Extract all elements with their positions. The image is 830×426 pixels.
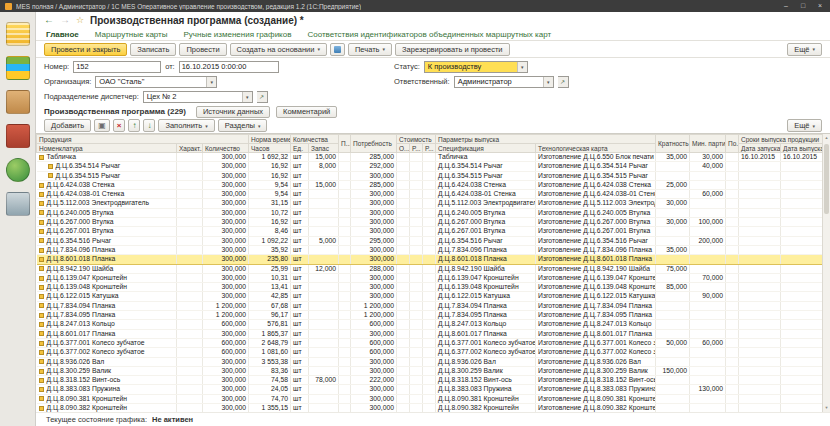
box-icon[interactable]: [6, 90, 30, 114]
column-header[interactable]: Часов: [249, 144, 291, 153]
column-header[interactable]: Кратность: [656, 135, 690, 153]
column-header[interactable]: Мин. партия: [690, 135, 726, 153]
column-header[interactable]: Стоимость: [397, 135, 436, 144]
table-row[interactable]: Д.Ц.8.942.190 Шайба300,00025,99шт12,0002…: [37, 264, 823, 273]
tab-manual-graph-changes[interactable]: Ручные изменения графиков: [184, 30, 292, 39]
save-button[interactable]: Записать: [130, 43, 176, 56]
column-header[interactable]: Спецификация: [436, 144, 536, 153]
chevron-down-icon[interactable]: ▾: [517, 62, 527, 72]
favorites-star-icon[interactable]: ☆: [76, 15, 84, 25]
column-header[interactable]: Р...: [423, 144, 436, 153]
data-source-button[interactable]: Источник данных: [196, 106, 270, 118]
chevron-down-icon[interactable]: ▾: [206, 77, 216, 87]
maximize-button[interactable]: □: [798, 1, 808, 11]
column-header[interactable]: Дата запуска: [739, 144, 781, 153]
notebook-icon[interactable]: [6, 22, 30, 46]
reports-button[interactable]: [330, 43, 345, 56]
column-header[interactable]: Характ...: [177, 144, 203, 153]
delete-row-button[interactable]: ×: [113, 119, 126, 132]
table-row[interactable]: Д.Ц.6.139.048 Кронштейн300,00013,41шт300…: [37, 283, 823, 292]
move-up-button[interactable]: ↑: [128, 119, 140, 132]
chevron-down-icon[interactable]: ▾: [543, 77, 553, 87]
table-row[interactable]: Д.Ц.7.834.095 Планка1 200,00096,17шт1 20…: [37, 311, 823, 320]
close-button[interactable]: ×: [815, 1, 825, 11]
table-row[interactable]: Д.Ц.8.090.381 Кронштейн300,00074,70шт300…: [37, 394, 823, 403]
number-input[interactable]: [73, 61, 161, 73]
column-header[interactable]: П...: [339, 135, 351, 153]
globe-icon[interactable]: [6, 158, 30, 182]
table-row[interactable]: Д.Ц.8.601.017 Планка300,0001 865,37шт300…: [37, 329, 823, 338]
column-header[interactable]: О...: [397, 144, 410, 153]
table-row[interactable]: Д.Ц.7.834.094 Планка1 200,00067,68шт1 20…: [37, 301, 823, 310]
table-row[interactable]: Д.Ц.8.318.152 Винт-ось300,00074,58шт78,0…: [37, 376, 823, 385]
book-icon[interactable]: [6, 124, 30, 148]
open-link-icon[interactable]: ↗: [257, 91, 268, 103]
table-row[interactable]: Д.Ц.6.139.047 Кронштейн300,00010,31шт300…: [37, 273, 823, 282]
column-header[interactable]: Количества: [291, 135, 339, 144]
fill-button[interactable]: Заполнить▾: [158, 119, 214, 132]
column-header[interactable]: Количество: [203, 144, 249, 153]
table-row[interactable]: Д.Ц.7.834.096 Планка300,00035,92шт300,00…: [37, 245, 823, 254]
date-input[interactable]: [179, 61, 279, 73]
table-row[interactable]: Д.Ц.6.240.005 Втулка300,00010,72шт300,00…: [37, 208, 823, 217]
table-row[interactable]: Д.Ц.6.354.516 Рычаг300,0001 092,22шт5,00…: [37, 236, 823, 245]
catalog-stack-icon[interactable]: [6, 56, 30, 80]
post-and-close-button[interactable]: Провести и закрыть: [44, 43, 127, 56]
printer-icon[interactable]: [6, 192, 30, 216]
copy-row-button[interactable]: ▣: [94, 119, 110, 132]
table-row[interactable]: Д.Ц.6.377.002 Колесо зубчатое600,0001 08…: [37, 348, 823, 357]
column-header[interactable]: Запас: [309, 144, 339, 153]
minimize-button[interactable]: –: [781, 1, 791, 11]
table-row[interactable]: Д.Ц.8.300.259 Валик300,00083,36шт300,000…: [37, 366, 823, 375]
print-button[interactable]: Печать▾: [348, 43, 392, 56]
table-row[interactable]: Д.Ц.6.424.038 Стенка300,0009,54шт15,0002…: [37, 180, 823, 189]
table-row[interactable]: Д.Ц.8.383.083 Пружина300,00024,05шт300,0…: [37, 385, 823, 394]
table-row[interactable]: Д.Ц.6.354.515 Рычаг300,00016,92шт300,000…: [37, 171, 823, 180]
table-row[interactable]: Д.Ц.8.247.013 Кольцо600,000576,81шт600,0…: [37, 320, 823, 329]
forward-arrow-icon[interactable]: →: [60, 15, 70, 25]
table-row[interactable]: Д.Ц.6.354.514 Рычаг300,00016,92шт8,00029…: [37, 162, 823, 171]
chevron-down-icon[interactable]: ▾: [242, 92, 252, 102]
table-row[interactable]: Д.Ц.6.122.015 Катушка300,00042,85шт300,0…: [37, 292, 823, 301]
responsible-combo[interactable]: Администратор ▾: [454, 76, 554, 88]
table-row[interactable]: Д.Ц.6.267.001 Втулка300,0008,46шт300,000…: [37, 227, 823, 236]
table-row[interactable]: Д.Ц.8.936.026 Вал300,0003 553,38шт300,00…: [37, 357, 823, 366]
sections-button[interactable]: Разделы▾: [218, 119, 268, 132]
column-header[interactable]: Параметры выпуска: [436, 135, 656, 144]
vertical-scrollbar[interactable]: ▲ ▼: [822, 134, 830, 412]
scroll-up-icon[interactable]: ▲: [823, 134, 830, 142]
table-row[interactable]: Табличка300,0001 692,32шт15,000285,000Та…: [37, 153, 823, 162]
tab-route-map-id-mapping[interactable]: Соответствия идентификаторов объединенны…: [307, 30, 551, 39]
status-combo[interactable]: К производству ▾: [424, 61, 528, 73]
add-row-button[interactable]: Добавить: [44, 119, 91, 132]
table-row[interactable]: Д.Ц.8.601.018 Планка300,000235,80шт300,0…: [37, 255, 823, 264]
tab-main[interactable]: Главное: [46, 30, 79, 39]
back-arrow-icon[interactable]: ←: [44, 15, 54, 25]
more-button[interactable]: Ещё▾: [787, 43, 822, 56]
table-row[interactable]: Д.Ц.6.267.000 Втулка300,00016,92шт300,00…: [37, 218, 823, 227]
organization-combo[interactable]: ОАО "Сталь" ▾: [95, 76, 217, 88]
column-header[interactable]: Продукция: [37, 135, 249, 144]
column-header[interactable]: Номенклатура: [37, 144, 177, 153]
table-row[interactable]: Д.Ц.5.112.003 Электродвигатель300,00031,…: [37, 199, 823, 208]
column-header[interactable]: Норма времени: [249, 135, 291, 144]
table-row[interactable]: Д.Ц.6.377.001 Колесо зубчатое600,0002 64…: [37, 338, 823, 347]
table-row[interactable]: Д.Ц.8.090.382 Кронштейн300,0001 355,15шт…: [37, 404, 823, 412]
column-header[interactable]: Сроки выпуска продукции: [739, 135, 823, 144]
open-link-icon[interactable]: ↗: [558, 76, 569, 88]
department-combo[interactable]: Цех № 2 ▾: [143, 91, 253, 103]
column-header[interactable]: Дата выпуска: [781, 144, 823, 153]
reserve-and-post-button[interactable]: Зарезервировать и провести: [395, 43, 510, 56]
column-header[interactable]: Ед.: [291, 144, 309, 153]
table-more-button[interactable]: Ещё▾: [787, 119, 822, 132]
create-based-on-button[interactable]: Создать на основании▾: [230, 43, 327, 56]
column-header[interactable]: Технологическая карта: [536, 144, 656, 153]
column-header[interactable]: Потребность: [351, 135, 397, 153]
move-down-button[interactable]: ↓: [143, 119, 155, 132]
post-button[interactable]: Провести: [179, 43, 226, 56]
scroll-thumb[interactable]: [824, 144, 829, 214]
comment-button[interactable]: Комментарий: [276, 106, 337, 118]
column-header[interactable]: По...: [726, 135, 739, 153]
column-header[interactable]: Р...: [410, 144, 423, 153]
scroll-down-icon[interactable]: ▼: [823, 404, 830, 412]
